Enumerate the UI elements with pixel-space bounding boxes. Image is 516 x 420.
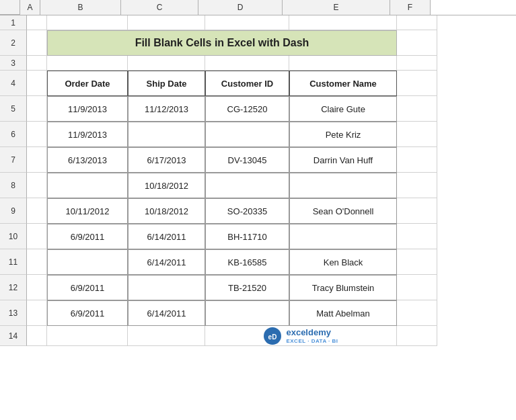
- row-num-7: 7: [0, 147, 27, 173]
- cell-b13: 6/9/2011: [47, 300, 128, 326]
- cell-a10: [27, 224, 47, 249]
- cell-e1: [289, 15, 397, 30]
- row-13: 13 6/9/2011 6/14/2011 Matt Abelman: [0, 300, 516, 326]
- cell-d3: [205, 56, 289, 71]
- cell-d7: DV-13045: [205, 147, 289, 173]
- cell-f9: [397, 198, 437, 224]
- row-num-2: 2: [0, 30, 27, 56]
- cell-b11: [47, 249, 128, 275]
- corner-header: [0, 0, 20, 15]
- cell-c1: [128, 15, 205, 30]
- cell-f14: [397, 326, 437, 346]
- cell-d8: [205, 173, 289, 198]
- row-num-5: 5: [0, 96, 27, 122]
- cell-b12: 6/9/2011: [47, 275, 128, 300]
- row-2: 2 Fill Blank Cells in Excel with Dash: [0, 30, 516, 56]
- cell-a8: [27, 173, 47, 198]
- row-num-8: 8: [0, 173, 27, 198]
- cell-f3: [397, 56, 437, 71]
- row-4: 4 Order Date Ship Date Customer ID Custo…: [0, 71, 516, 96]
- cell-a6: [27, 122, 47, 147]
- cell-a11: [27, 249, 47, 275]
- row-num-13: 13: [0, 300, 27, 326]
- cell-c10: 6/14/2011: [128, 224, 205, 249]
- cell-f6: [397, 122, 437, 147]
- row-num-6: 6: [0, 122, 27, 147]
- cell-a7: [27, 147, 47, 173]
- cell-f5: [397, 96, 437, 122]
- row-8: 8 10/18/2012: [0, 173, 516, 198]
- row-1: 1: [0, 15, 516, 30]
- cell-e11: Ken Black: [289, 249, 397, 275]
- cell-c6: [128, 122, 205, 147]
- watermark: eD exceldemy EXCEL · DATA · BI: [263, 327, 338, 345]
- cell-b1: [47, 15, 128, 30]
- cell-e4: Customer Name: [289, 71, 397, 96]
- column-headers: A B C D E F: [0, 0, 516, 15]
- cell-c3: [128, 56, 205, 71]
- cell-a1: [27, 15, 47, 30]
- cell-d10: BH-11710: [205, 224, 289, 249]
- cell-e9: Sean O'Donnell: [289, 198, 397, 224]
- cell-b5: 11/9/2013: [47, 96, 128, 122]
- cell-f11: [397, 249, 437, 275]
- cell-b9: 10/11/2012: [47, 198, 128, 224]
- cell-f2: [397, 30, 437, 56]
- cell-c9: 10/18/2012: [128, 198, 205, 224]
- row-5: 5 11/9/2013 11/12/2013 CG-12520 Claire G…: [0, 96, 516, 122]
- cell-b7: 6/13/2013: [47, 147, 128, 173]
- cell-d4: Customer ID: [205, 71, 289, 96]
- cell-a12: [27, 275, 47, 300]
- cell-e8: [289, 173, 397, 198]
- cell-b10: 6/9/2011: [47, 224, 128, 249]
- cell-d5: CG-12520: [205, 96, 289, 122]
- cell-e7: Darrin Van Huff: [289, 147, 397, 173]
- cell-d9: SO-20335: [205, 198, 289, 224]
- exceldemy-logo-icon: eD: [263, 327, 282, 345]
- cell-a5: [27, 96, 47, 122]
- cell-e13: Matt Abelman: [289, 300, 397, 326]
- row-14: 14 eD exceldemy EXCEL · DATA · BI: [0, 326, 516, 346]
- cell-b8: [47, 173, 128, 198]
- cell-e5: Claire Gute: [289, 96, 397, 122]
- watermark-subtitle: EXCEL · DATA · BI: [286, 338, 338, 345]
- row-num-1: 1: [0, 15, 27, 30]
- cell-d12: TB-21520: [205, 275, 289, 300]
- cell-e3: [289, 56, 397, 71]
- cell-b14: [47, 326, 128, 346]
- watermark-cell: eD exceldemy EXCEL · DATA · BI: [205, 326, 397, 346]
- row-num-14: 14: [0, 326, 27, 346]
- cell-f7: [397, 147, 437, 173]
- row-9: 9 10/11/2012 10/18/2012 SO-20335 Sean O'…: [0, 198, 516, 224]
- col-header-d: D: [198, 0, 283, 15]
- cell-e10: [289, 224, 397, 249]
- cell-d13: [205, 300, 289, 326]
- row-12: 12 6/9/2011 TB-21520 Tracy Blumstein: [0, 275, 516, 300]
- row-num-11: 11: [0, 249, 27, 275]
- watermark-text-block: exceldemy EXCEL · DATA · BI: [286, 327, 338, 344]
- cell-title: Fill Blank Cells in Excel with Dash: [47, 30, 397, 56]
- cell-a14: [27, 326, 47, 346]
- cell-c13: 6/14/2011: [128, 300, 205, 326]
- row-6: 6 11/9/2013 Pete Kriz: [0, 122, 516, 147]
- row-num-10: 10: [0, 224, 27, 249]
- cell-c7: 6/17/2013: [128, 147, 205, 173]
- cell-a3: [27, 56, 47, 71]
- cell-b3: [47, 56, 128, 71]
- col-header-b: B: [40, 0, 121, 15]
- cell-c8: 10/18/2012: [128, 173, 205, 198]
- cell-d11: KB-16585: [205, 249, 289, 275]
- col-header-c: C: [121, 0, 198, 15]
- title-text: Fill Blank Cells in Excel with Dash: [135, 37, 309, 49]
- svg-text:eD: eD: [268, 333, 277, 341]
- col-header-a: A: [20, 0, 40, 15]
- cell-c14: [128, 326, 205, 346]
- cell-b6: 11/9/2013: [47, 122, 128, 147]
- col-header-f: F: [390, 0, 431, 15]
- cell-f1: [397, 15, 437, 30]
- row-7: 7 6/13/2013 6/17/2013 DV-13045 Darrin Va…: [0, 147, 516, 173]
- row-num-4: 4: [0, 71, 27, 96]
- row-3: 3: [0, 56, 516, 71]
- watermark-name: exceldemy: [286, 327, 338, 338]
- cell-c4: Ship Date: [128, 71, 205, 96]
